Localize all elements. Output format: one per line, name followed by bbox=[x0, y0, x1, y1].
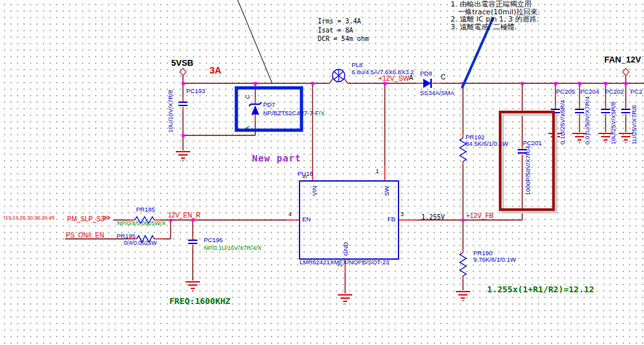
value-pc204[interactable]: 0.01U/50V/X7R/4 bbox=[584, 96, 591, 145]
value-pc196[interactable]: NP/0.1U/16V/X7R/4/X bbox=[204, 245, 262, 252]
pin-name-en: EN bbox=[302, 216, 311, 223]
pd7-cathode-label: C bbox=[245, 95, 251, 100]
value-pc2xx[interactable]: 1U/25V/X7R/6 bbox=[631, 105, 637, 145]
ref-pc196[interactable]: PC196 bbox=[204, 237, 223, 243]
chinese-note-line1: 1. 由輸出電容正端獨立用 bbox=[451, 1, 540, 8]
port-5vsb-icon bbox=[180, 68, 186, 76]
value-pr190[interactable]: 9.76K/6/1/0.1W bbox=[473, 256, 516, 263]
pd7-anode-label: A bbox=[245, 126, 251, 130]
value-pd7[interactable]: NP/BZT52C4V7-7-F/X bbox=[263, 110, 325, 117]
ref-pr195[interactable]: PR195 bbox=[117, 233, 135, 240]
value-pr185[interactable]: NP/0/4/0.0625W/X bbox=[117, 221, 166, 227]
chinese-note-line3: 2. 遠離 IC pin 1, 3 的迴路. bbox=[451, 16, 540, 23]
black-pointer-line[interactable] bbox=[238, 0, 272, 83]
ground-symbols[interactable] bbox=[176, 133, 633, 304]
pin-name-gnd: GND bbox=[343, 242, 349, 256]
ref-pc205[interactable]: PC205 bbox=[556, 89, 575, 95]
sheet-ref-list: *13,19,26,30,36,39,45 bbox=[3, 215, 55, 221]
value-pr195[interactable]: 0/4/0.0625W bbox=[124, 240, 157, 247]
value-pr192[interactable]: 84.5K/6/1/0.1W bbox=[466, 141, 508, 147]
net-label-ps-on-en[interactable]: PS_ON#_EN bbox=[66, 232, 104, 239]
fb-voltage-label: 1.255V bbox=[421, 214, 445, 221]
value-pc201[interactable]: 1000P/50V/X7R/4 bbox=[525, 146, 531, 195]
port-fan12v-icon bbox=[623, 68, 629, 76]
ref-pc204[interactable]: PC204 bbox=[580, 89, 599, 95]
net-label-12v-en-r[interactable]: 12V_EN_R bbox=[168, 212, 201, 219]
inductor-symbol[interactable] bbox=[333, 70, 345, 82]
pin-num-5: 5 bbox=[302, 175, 309, 178]
schematic-canvas: 1. 由輸出電容正端獨立用 一條trace(10mil)拉回來. 2. 遠離 I… bbox=[0, 0, 644, 345]
pin-name-vin: VIN bbox=[311, 186, 318, 196]
net-label-12v-sw[interactable]: +12V_SW bbox=[378, 75, 410, 83]
ref-pc202[interactable]: PC202 bbox=[605, 89, 624, 95]
value-pd7-suffix: /X bbox=[319, 109, 325, 117]
new-part-note[interactable]: New part bbox=[252, 154, 301, 163]
net-label-pm-slp-s3[interactable]: PM_SLP_S3- bbox=[67, 215, 107, 223]
ref-pd8[interactable]: PD8 bbox=[420, 70, 432, 77]
diode-pd8-symbol[interactable] bbox=[423, 79, 431, 88]
chinese-note-line4: 3. 遠離電感, 二極體. bbox=[451, 23, 540, 31]
net-label-12v-fb[interactable]: +12V_FB bbox=[466, 212, 494, 219]
part-number-pu16[interactable]: LMR62421XMFX/NOPB/SOT-23 bbox=[300, 259, 389, 266]
spec-irms: Irms = 3.4A bbox=[318, 17, 369, 26]
port-label-5vsb[interactable]: 5VSB bbox=[171, 59, 193, 68]
pin-num-4: 4 bbox=[288, 212, 292, 218]
ref-pc193[interactable]: PC193 bbox=[186, 88, 205, 94]
value-pc193[interactable]: 10U/10V/X7R/8 bbox=[167, 90, 174, 133]
ref-pc2xx[interactable]: PC2 bbox=[630, 89, 642, 95]
inductor-spec-note[interactable]: Irms = 3.4A Isat = 8A DCR = 54m ohm bbox=[318, 17, 369, 44]
value-pc205[interactable]: 0.1U/25V/X5R/4 bbox=[559, 100, 566, 145]
ref-pd7[interactable]: PD7 bbox=[263, 102, 275, 108]
value-pd8[interactable]: SS34A/SMA bbox=[420, 90, 455, 96]
spec-dcr: DCR = 54m ohm bbox=[318, 34, 369, 44]
chinese-note[interactable]: 1. 由輸出電容正端獨立用 一條trace(10mil)拉回來. 2. 遠離 I… bbox=[451, 1, 540, 31]
pin-name-sw: SW bbox=[384, 186, 390, 196]
pd8-anode-label: A bbox=[409, 74, 413, 81]
feedback-formula-note[interactable]: 1.255x(1+R1/R2)=12.12 bbox=[487, 285, 594, 294]
offpage-connector-icon[interactable]: >> bbox=[103, 214, 109, 222]
port-label-fan12v[interactable]: FAN_12V bbox=[604, 55, 641, 64]
pin-num-3: 3 bbox=[400, 212, 404, 218]
pd8-cathode-label: C bbox=[441, 74, 445, 81]
ref-pl8[interactable]: PL8 bbox=[352, 62, 363, 68]
ref-pr185[interactable]: PR185 bbox=[136, 206, 155, 213]
pin-name-fb: FB bbox=[387, 216, 395, 223]
current-rating-label[interactable]: 3A bbox=[210, 66, 221, 76]
value-pd7-main: NP/BZT52C4V7-7-F bbox=[263, 109, 319, 117]
value-pc202[interactable]: 10U/25V/X5R/8 bbox=[610, 102, 617, 145]
pin-num-1: 1 bbox=[376, 169, 379, 175]
spec-isat: Isat = 8A bbox=[318, 26, 369, 35]
frequency-note[interactable]: FREQ:1600KHZ bbox=[169, 297, 231, 306]
zener-pd7-symbol[interactable] bbox=[249, 102, 262, 115]
